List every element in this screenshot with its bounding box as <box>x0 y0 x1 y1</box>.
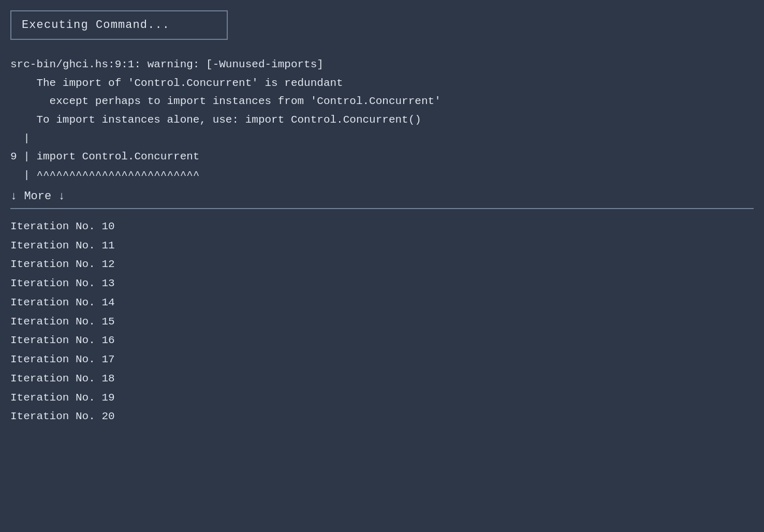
more-text: ↓ More ↓ <box>10 190 65 203</box>
iteration-line: Iteration No. 17 <box>10 350 754 370</box>
iteration-line: Iteration No. 13 <box>10 274 754 293</box>
iteration-line: Iteration No. 10 <box>10 217 754 237</box>
divider <box>10 208 754 209</box>
iteration-line: Iteration No. 18 <box>10 370 754 389</box>
warning-line: src-bin/ghci.hs:9:1: warning: [-Wunused-… <box>10 55 754 74</box>
iteration-line: Iteration No. 12 <box>10 255 754 274</box>
iteration-line: Iteration No. 20 <box>10 407 754 426</box>
iteration-line: Iteration No. 11 <box>10 237 754 256</box>
warning-line: | <box>10 129 754 148</box>
iteration-line: Iteration No. 15 <box>10 313 754 332</box>
warning-line: except perhaps to import instances from … <box>10 92 754 111</box>
iteration-line: Iteration No. 16 <box>10 331 754 350</box>
warning-section: src-bin/ghci.hs:9:1: warning: [-Wunused-… <box>10 55 754 185</box>
iteration-line: Iteration No. 14 <box>10 293 754 313</box>
iteration-line: Iteration No. 19 <box>10 389 754 408</box>
warning-line: The import of 'Control.Concurrent' is re… <box>10 74 754 93</box>
iteration-section: Iteration No. 10Iteration No. 11Iteratio… <box>10 217 754 426</box>
more-section: ↓ More ↓ <box>10 190 754 203</box>
warning-line: 9 | import Control.Concurrent <box>10 147 754 166</box>
executing-text: Executing Command... <box>22 19 170 32</box>
warning-line: To import instances alone, use: import C… <box>10 111 754 129</box>
warning-line: | ^^^^^^^^^^^^^^^^^^^^^^^^^ <box>10 166 754 185</box>
executing-box: Executing Command... <box>10 10 228 40</box>
